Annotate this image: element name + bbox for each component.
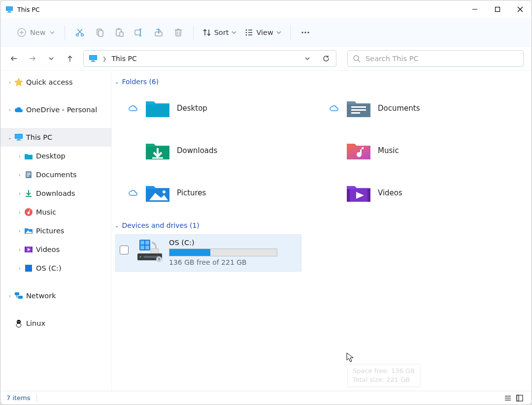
new-button[interactable]: New bbox=[12, 24, 60, 41]
view-button[interactable]: View bbox=[240, 24, 285, 41]
maximize-button[interactable] bbox=[486, 0, 509, 18]
documents-icon bbox=[24, 170, 33, 179]
chevron-right-icon: ❯ bbox=[102, 56, 106, 62]
folder-item-videos[interactable]: Videos bbox=[329, 179, 525, 207]
status-bar: 7 items bbox=[0, 391, 532, 405]
address-dropdown-button[interactable] bbox=[300, 52, 314, 65]
more-button[interactable] bbox=[296, 24, 315, 41]
close-button[interactable] bbox=[509, 0, 532, 18]
folder-item-documents[interactable]: Documents bbox=[329, 94, 525, 122]
svg-point-33 bbox=[246, 31, 247, 33]
up-button[interactable] bbox=[62, 50, 78, 67]
tree-twisty-icon[interactable]: › bbox=[5, 80, 14, 85]
sidebar-item-videos[interactable]: ›Videos bbox=[0, 240, 111, 259]
drives-section-header[interactable]: ⌄ Devices and drives (1) bbox=[114, 221, 530, 232]
folder-item-pictures[interactable]: Pictures bbox=[128, 179, 324, 207]
svg-rect-96 bbox=[140, 241, 144, 245]
share-button[interactable] bbox=[149, 24, 168, 41]
tree-twisty-icon[interactable]: › bbox=[15, 154, 24, 159]
window-title: This PC bbox=[17, 6, 40, 13]
svg-rect-69 bbox=[25, 268, 29, 272]
sidebar-item-os-c-[interactable]: ›OS (C:) bbox=[0, 259, 111, 278]
sidebar-item-linux[interactable]: Linux bbox=[0, 314, 111, 333]
svg-rect-2 bbox=[8, 11, 11, 12]
search-box[interactable] bbox=[347, 50, 524, 67]
paste-button[interactable] bbox=[109, 24, 129, 41]
minimize-button[interactable] bbox=[464, 0, 486, 18]
details-view-button[interactable] bbox=[502, 392, 514, 404]
sidebar-item-this-pc[interactable]: ⌄This PC bbox=[0, 128, 111, 147]
trash-icon bbox=[173, 28, 183, 37]
sort-button[interactable]: Sort bbox=[199, 24, 241, 41]
tree-item-label: Pictures bbox=[36, 227, 64, 235]
folders-section-header[interactable]: ⌄ Folders (6) bbox=[114, 78, 530, 89]
sidebar-item-desktop[interactable]: ›Desktop bbox=[0, 147, 111, 165]
refresh-button[interactable] bbox=[319, 52, 333, 65]
cloud-status-icon bbox=[329, 105, 339, 111]
svg-rect-20 bbox=[135, 30, 140, 35]
share-icon bbox=[154, 28, 164, 37]
tree-twisty-icon[interactable]: › bbox=[15, 191, 24, 196]
tree-twisty-icon[interactable]: › bbox=[15, 210, 24, 215]
drive-name: OS (C:) bbox=[169, 239, 296, 247]
pc-icon bbox=[89, 54, 98, 63]
list-icon bbox=[504, 394, 512, 402]
copy-button[interactable] bbox=[90, 24, 109, 41]
svg-rect-45 bbox=[90, 56, 97, 60]
tree-twisty-icon[interactable]: › bbox=[15, 247, 24, 252]
svg-rect-3 bbox=[7, 12, 11, 13]
recent-locations-button[interactable] bbox=[43, 50, 60, 67]
rename-button[interactable] bbox=[129, 24, 149, 41]
svg-point-40 bbox=[307, 31, 309, 33]
sidebar-item-downloads[interactable]: ›Downloads bbox=[0, 184, 111, 203]
svg-rect-56 bbox=[27, 173, 31, 174]
sidebar-item-documents[interactable]: ›Documents bbox=[0, 165, 111, 184]
tree-twisty-icon[interactable]: › bbox=[15, 228, 24, 234]
star-icon bbox=[14, 78, 23, 87]
folder-item-desktop[interactable]: Desktop bbox=[128, 94, 324, 122]
pc-icon bbox=[5, 5, 13, 13]
refresh-icon bbox=[322, 55, 330, 62]
desktop-icon bbox=[24, 152, 33, 160]
tree-twisty-icon[interactable]: › bbox=[15, 172, 24, 178]
tree-item-label: Quick access bbox=[26, 78, 72, 86]
drive-free-text: 136 GB free of 221 GB bbox=[169, 258, 296, 266]
thumbnails-view-button[interactable] bbox=[514, 392, 526, 404]
svg-rect-46 bbox=[92, 61, 95, 62]
sidebar-item-quick-access[interactable]: ›Quick access bbox=[0, 73, 111, 92]
svg-point-34 bbox=[246, 34, 247, 35]
tree-twisty-icon[interactable]: ⌄ bbox=[5, 135, 14, 140]
drive-item[interactable]: OS (C:) 136 GB free of 221 GB bbox=[115, 234, 301, 272]
svg-point-32 bbox=[246, 29, 247, 31]
sidebar-item-network[interactable]: ›Network bbox=[0, 286, 111, 305]
clipboard-icon bbox=[114, 28, 124, 37]
sidebar-item-pictures[interactable]: ›Pictures bbox=[0, 221, 111, 240]
svg-rect-54 bbox=[25, 155, 33, 159]
address-bar[interactable]: ❯ This PC bbox=[83, 50, 336, 67]
svg-rect-5 bbox=[496, 7, 500, 12]
svg-point-102 bbox=[140, 256, 141, 258]
tree-twisty-icon[interactable]: › bbox=[5, 293, 14, 299]
svg-point-48 bbox=[354, 56, 359, 61]
cut-button[interactable] bbox=[70, 24, 90, 41]
tree-twisty-icon[interactable]: › bbox=[15, 266, 24, 271]
drive-checkbox[interactable] bbox=[120, 246, 129, 254]
forward-button[interactable] bbox=[24, 50, 41, 67]
folder-icon bbox=[345, 180, 372, 206]
arrow-up-icon bbox=[66, 54, 74, 63]
folder-item-downloads[interactable]: Downloads bbox=[128, 137, 324, 164]
breadcrumb-item[interactable]: This PC bbox=[111, 55, 136, 62]
arrow-right-icon bbox=[28, 54, 37, 63]
sidebar-item-onedrive-personal[interactable]: ›OneDrive - Personal bbox=[0, 100, 111, 119]
tree-item-label: Downloads bbox=[36, 189, 75, 197]
folder-item-music[interactable]: Music bbox=[329, 137, 525, 164]
search-input[interactable] bbox=[366, 55, 518, 62]
svg-rect-71 bbox=[15, 292, 19, 295]
back-button[interactable] bbox=[5, 50, 22, 67]
tree-twisty-icon[interactable]: › bbox=[5, 107, 14, 113]
svg-rect-68 bbox=[29, 265, 32, 268]
svg-rect-64 bbox=[25, 247, 26, 252]
tree-item-label: Linux bbox=[26, 319, 45, 327]
sidebar-item-music[interactable]: ›Music bbox=[0, 203, 111, 221]
delete-button[interactable] bbox=[168, 24, 188, 41]
